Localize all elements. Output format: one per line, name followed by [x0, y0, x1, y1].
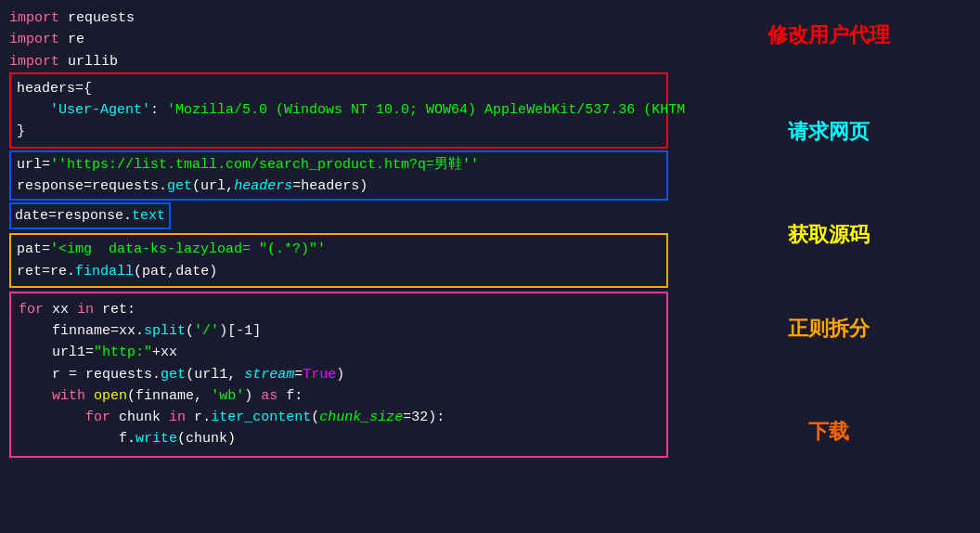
import-requests-line: import requests	[9, 7, 668, 29]
headers-open-line: headers={	[17, 78, 661, 99]
loop5-line: with open(finname, 'wb') as f:	[19, 385, 659, 407]
regex-block: pat='<img data-ks-lazyload= "(.*?)"' ret…	[9, 233, 668, 288]
loop3-line: url1="http:"+xx	[19, 342, 659, 363]
labels-panel: 修改用户代理 请求网页 获取源码 正则拆分 下载	[677, 0, 980, 533]
response-line: response=requests.get(url,headers=header…	[17, 176, 661, 197]
loop2-line: finname=xx.split('/')[-1]	[19, 320, 659, 342]
loop4-line: r = requests.get(url1, stream=True)	[19, 364, 659, 385]
headers-block: headers={ 'User-Agent': 'Mozilla/5.0 (Wi…	[9, 72, 668, 149]
headers-close-line: }	[17, 121, 661, 142]
label-get-source: 获取源码	[677, 214, 980, 256]
import-re-line: import re	[9, 29, 668, 50]
import-urllib-line: import urllib	[9, 51, 668, 72]
label-download: 下载	[677, 410, 980, 453]
loop1-line: for xx in ret:	[19, 299, 659, 320]
loop6-line: for chunk in r.iter_content(chunk_size=3…	[19, 407, 659, 428]
code-panel: import requests import re import urllib …	[0, 0, 677, 533]
pat-line: pat='<img data-ks-lazyload= "(.*?)"'	[17, 239, 661, 260]
headers-ua-line: 'User-Agent': 'Mozilla/5.0 (Windows NT 1…	[17, 99, 661, 121]
download-block: for xx in ret: finname=xx.split('/')[-1]…	[9, 292, 668, 458]
label-request-page: 请求网页	[677, 110, 980, 153]
url-response-block: url=''https://list.tmall.com/search_prod…	[9, 150, 668, 202]
label-regex-split: 正则拆分	[677, 307, 980, 350]
date-line: date=response.text	[9, 202, 171, 229]
url-line: url=''https://list.tmall.com/search_prod…	[17, 154, 661, 176]
label-modify-agent: 修改用户代理	[677, 14, 980, 57]
date-line-wrapper: date=response.text	[9, 202, 668, 231]
loop7-line: f.write(chunk)	[19, 428, 659, 449]
ret-line: ret=re.findall(pat,date)	[17, 261, 661, 282]
